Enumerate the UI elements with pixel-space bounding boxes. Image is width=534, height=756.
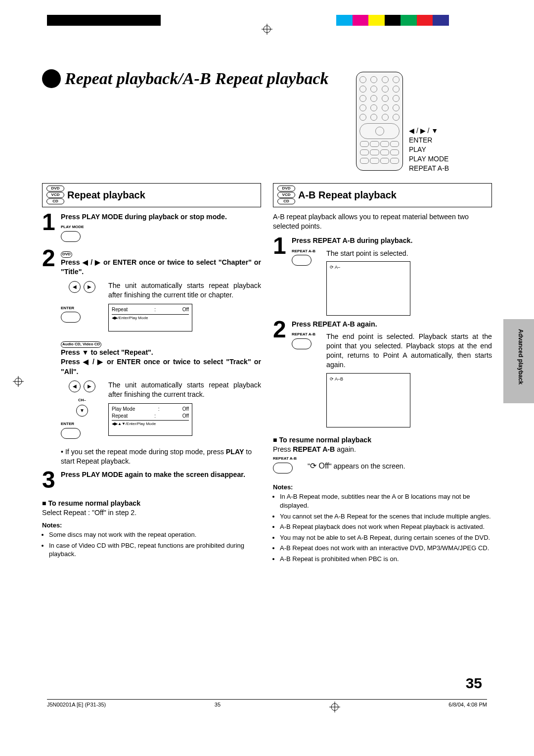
section-head-repeat: DVDVCDCD Repeat playback	[42, 183, 261, 207]
enter-button-icon	[61, 312, 81, 323]
note-r4: You may not be able to set A-B Repeat, d…	[280, 533, 492, 542]
note-r1: In A-B Repeat mode, subtitles near the A…	[280, 492, 492, 510]
cd-label: Audio CD, Video CD	[61, 341, 101, 348]
step2-instruction: Press ◀ / ▶ or ENTER once or twice to se…	[61, 258, 261, 277]
right-arrow-icon: ▶	[84, 281, 95, 293]
step-1-right: 1 Press REPEAT A-B during playback. REPE…	[273, 236, 492, 315]
playmode-cap: PLAY MODE	[61, 225, 261, 230]
step1r-desc: The start point is selected.	[326, 249, 492, 258]
step2r-desc: The end point is selected. Playback star…	[326, 332, 492, 370]
side-tab-label: Advanced playback	[515, 329, 524, 384]
resume-text-left: Select Repeat : "Off" in step 2.	[42, 508, 261, 518]
step-number-3: 3	[42, 470, 61, 490]
ab-intro: A-B repeat playback allows you to repeat…	[273, 212, 492, 231]
playmode-button-icon	[61, 231, 81, 242]
note-r3: A-B Repeat playback does not work when R…	[280, 522, 492, 531]
repeatab-btn-3: REPEAT A-B	[273, 456, 303, 476]
step1r-instruction: Press REPEAT A-B during playback.	[292, 236, 492, 245]
disc-icons: DVDVCDCD	[46, 186, 64, 205]
enter-button-icon-2	[61, 428, 81, 439]
right-arrow-icon-2: ▶	[84, 380, 95, 392]
footer-doc: J5N00201A [E] (P31-35)	[47, 702, 106, 712]
footer: J5N00201A [E] (P31-35) 35 6/8/04, 4:08 P…	[47, 699, 487, 712]
step-2-left: 2 DVD Press ◀ / ▶ or ENTER once or twice…	[42, 248, 261, 466]
right-column: DVDVCDCD A-B Repeat playback A-B repeat …	[273, 183, 492, 565]
note-r6: A-B Repeat is prohibited when PBC is on.	[280, 555, 492, 564]
step2b-desc: The unit automatically starts repeat pla…	[108, 380, 261, 399]
note-l2: In case of Video CD with PBC, repeat fun…	[49, 541, 261, 559]
note-r2: You cannot set the A-B Repeat for the sc…	[280, 512, 492, 521]
screen-2: Play Mode:Off Repeat:Off ◀▶▲▼/Enter/Play…	[108, 403, 192, 436]
arrow-buttons-2: ◀ ▶ CH– ▼ ENTER	[61, 380, 103, 441]
screen-r2: ⟳ A–B	[326, 373, 410, 427]
registration-mark-bottom	[329, 702, 340, 712]
resume-text-right: Press REPEAT A-B again.	[273, 445, 492, 454]
step-number-2r: 2	[273, 320, 292, 427]
step2r-instruction: Press REPEAT A-B again.	[292, 320, 492, 329]
step1-instruction: Press PLAY MODE during playback or stop …	[61, 212, 261, 222]
left-arrow-icon: ◀	[69, 281, 81, 293]
repeatab-btn-2: REPEAT A-B	[292, 332, 321, 352]
registration-mark-top	[262, 24, 272, 35]
enter-cap-2: ENTER	[61, 422, 103, 427]
step2-desc: The unit automatically starts repeat pla…	[108, 281, 261, 300]
step-3-left: 3 Press PLAY MODE again to make the scre…	[42, 470, 261, 490]
screen-1: Repeat:Off ◀▶/Enter/Play Mode	[108, 304, 192, 331]
off-text: "⟳ Off" appears on the screen.	[308, 461, 405, 472]
step-number-1: 1	[42, 212, 61, 244]
registration-mark-left	[13, 376, 24, 387]
section-title-repeat: Repeat playback	[67, 189, 145, 202]
screen-r1: ⟳ A–	[326, 261, 410, 316]
step-2-right: 2 Press REPEAT A-B again. REPEAT A-B The…	[273, 320, 492, 427]
stop-mode-note: • If you set the repeat mode during stop…	[61, 447, 261, 466]
note-l1: Some discs may not work with the repeat …	[49, 530, 261, 539]
resume-head-left: ■ To resume normal playback	[42, 499, 261, 508]
notes-head-left: Notes:	[42, 521, 261, 530]
step3-instruction: Press PLAY MODE again to make the screen…	[61, 470, 261, 479]
arrow-buttons: ◀ ▶ ENTER	[61, 281, 103, 326]
resume-head-right: ■ To resume normal playback	[273, 435, 492, 445]
left-column: DVDVCDCD Repeat playback 1 Press PLAY MO…	[42, 183, 261, 565]
page-number: 35	[466, 675, 482, 692]
down-arrow-icon: ▼	[76, 405, 88, 417]
step-1-left: 1 Press PLAY MODE during playback or sto…	[42, 212, 261, 244]
step2b-h3: Press ◀ / ▶ or ENTER once or twice to se…	[61, 357, 261, 376]
footer-date: 6/8/04, 4:08 PM	[448, 702, 487, 712]
notes-head-right: Notes:	[273, 483, 492, 492]
color-bar	[336, 15, 465, 26]
footer-pg: 35	[215, 702, 221, 712]
notes-list-right: In A-B Repeat mode, subtitles near the A…	[273, 492, 492, 563]
step2b-h2: Press ▼ to select "Repeat".	[61, 348, 261, 357]
enter-cap: ENTER	[61, 306, 103, 311]
left-arrow-icon-2: ◀	[69, 380, 81, 392]
step-number-1r: 1	[273, 236, 292, 315]
dvd-label: DVD	[61, 251, 72, 258]
step-number-2: 2	[42, 248, 61, 466]
repeatab-btn-1: REPEAT A-B	[292, 249, 321, 269]
section-head-ab: DVDVCDCD A-B Repeat playback	[273, 183, 492, 207]
note-r5: A-B Repeat does not work with an interac…	[280, 544, 492, 553]
notes-list-left: Some discs may not work with the repeat …	[42, 530, 261, 559]
section-title-ab: A-B Repeat playback	[298, 189, 397, 202]
disc-icons-2: DVDVCDCD	[277, 186, 295, 205]
